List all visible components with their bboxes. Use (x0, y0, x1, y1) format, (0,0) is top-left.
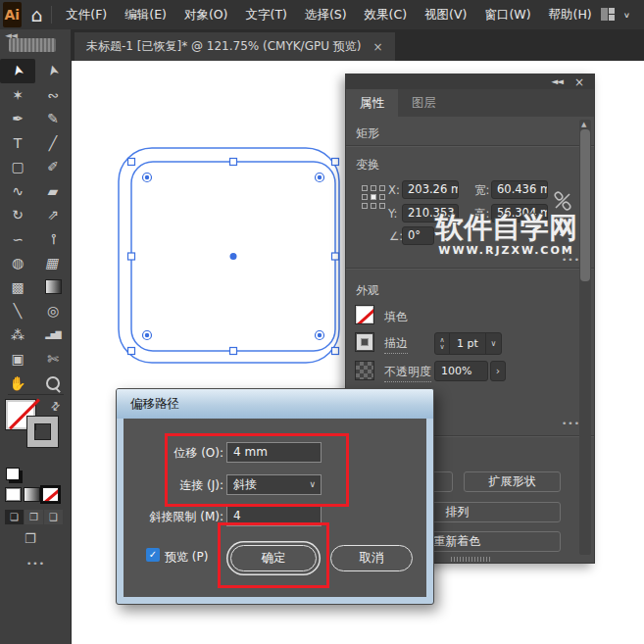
dialog-title[interactable]: 偏移路径 (117, 389, 433, 419)
tool-line-segment[interactable]: ╱ (35, 131, 71, 156)
close-tab-icon[interactable]: × (372, 40, 382, 54)
close-panel-icon[interactable]: × (574, 75, 584, 89)
tool-direct-selection[interactable]: ➤ (35, 59, 71, 83)
tool-graph[interactable]: ▂▅▇ (35, 323, 71, 348)
menu-window[interactable]: 窗口(W) (475, 0, 539, 29)
opacity-value-field[interactable]: 100% (434, 361, 488, 381)
cancel-button[interactable]: 取消 (330, 545, 413, 571)
menu-effect[interactable]: 效果(C) (356, 0, 416, 29)
tool-puppet-warp[interactable]: ⊸ (35, 227, 71, 252)
draw-inside-button[interactable]: ❑ (44, 510, 63, 524)
x-field[interactable]: 203.26 m (402, 180, 459, 199)
line-tool-icon: ╱ (49, 135, 57, 151)
y-field[interactable]: 210.353 (402, 204, 459, 223)
tool-slice[interactable]: ✄ (35, 347, 71, 372)
tool-eraser[interactable]: ▰ (35, 179, 71, 204)
transform-more-icon[interactable]: ••• (562, 255, 580, 265)
workspace-switcher[interactable]: ∨ (601, 8, 630, 22)
menu-edit[interactable]: 编辑(E) (116, 0, 175, 29)
tool-width[interactable]: ∽ (0, 227, 35, 252)
tool-pen[interactable]: ✒ (0, 107, 35, 131)
stroke-weight-control[interactable]: ∧∨ 1 pt ∨ (434, 332, 502, 355)
stroke-weight-value: 1 pt (450, 337, 485, 350)
tool-type[interactable]: T (0, 131, 35, 156)
tool-blend[interactable]: ◎ (35, 299, 71, 323)
expand-shape-button[interactable]: 扩展形状 (464, 471, 561, 492)
toolbar-grip[interactable] (9, 38, 56, 52)
tool-shaper[interactable]: ∿ (0, 179, 35, 204)
menu-type[interactable]: 文字(T) (237, 0, 296, 29)
panel-header: ◄◄ × (346, 74, 594, 89)
tools-panel: ◄◄ ➤ ➤ ✶ ∾ ✒ ✎ T ╱ ▢ ✐ ∿ ▰ ↻ ⇗ ∽ ⊸ ◍ ▦ ▩… (0, 29, 72, 644)
panel-resize-grip[interactable] (451, 557, 490, 562)
annotation-highlight-offset (165, 433, 349, 507)
tool-mesh[interactable]: ▩ (0, 275, 35, 300)
rectangle-tool-icon: ▢ (11, 159, 24, 174)
tool-magic-wand[interactable]: ✶ (0, 83, 35, 108)
tool-lasso[interactable]: ∾ (35, 83, 71, 108)
opacity-swatch[interactable] (355, 361, 374, 380)
tool-scale[interactable]: ⇗ (35, 203, 71, 227)
tool-symbol-sprayer[interactable]: ⁂ (0, 323, 35, 348)
curvature-tool-icon: ✎ (47, 111, 59, 126)
stroke-label[interactable]: 描边 (384, 335, 408, 354)
tool-selection[interactable]: ➤ (0, 59, 35, 83)
gradient-button[interactable] (24, 487, 40, 502)
constrain-proportions-icon[interactable] (553, 190, 572, 212)
stroke-color-swatch[interactable] (27, 417, 58, 447)
tool-rectangle[interactable]: ▢ (0, 155, 35, 179)
shaper-tool-icon: ∿ (12, 183, 24, 199)
divider (51, 6, 52, 24)
opacity-label[interactable]: 不透明度 (384, 364, 431, 382)
tool-zoom[interactable] (35, 372, 71, 396)
stroke-swatch[interactable] (355, 332, 374, 352)
color-button[interactable] (5, 487, 22, 502)
menu-object[interactable]: 对象(O) (175, 0, 237, 29)
height-field[interactable]: 56.304 m (491, 204, 548, 223)
stepper-icon[interactable]: ∧∨ (435, 333, 450, 354)
tool-curvature[interactable]: ✎ (35, 107, 71, 131)
scrollbar-thumb[interactable] (580, 129, 590, 281)
preview-checkbox[interactable]: ✓ (146, 548, 160, 562)
width-field[interactable]: 60.436 m (491, 180, 548, 199)
swap-fill-stroke-icon[interactable]: ⇄ (48, 399, 64, 415)
puppet-warp-tool-icon: ⊸ (45, 233, 61, 245)
divider (346, 268, 594, 269)
tool-eyedropper[interactable]: ╲ (0, 299, 35, 323)
hand-tool-icon: ✋ (9, 375, 25, 391)
tool-gradient[interactable] (35, 275, 71, 300)
chevron-down-icon[interactable]: ∨ (485, 333, 501, 354)
tool-artboard[interactable]: ▣ (0, 347, 35, 372)
tool-rotate[interactable]: ↻ (0, 203, 35, 227)
default-fill-stroke-icon[interactable] (6, 468, 20, 480)
screen-mode-button[interactable]: ❐ (25, 531, 36, 546)
panel-scrollbar[interactable]: ▲ (579, 120, 591, 555)
tool-hand[interactable]: ✋ (0, 372, 35, 396)
menu-select[interactable]: 选择(S) (296, 0, 356, 29)
annotation-highlight-ok (218, 522, 329, 588)
scroll-up-icon[interactable]: ▲ (581, 121, 586, 128)
home-icon[interactable]: ⌂ (31, 6, 43, 25)
opacity-options-arrow[interactable]: › (490, 361, 506, 381)
collapse-panel-icon[interactable]: ◄◄ (551, 76, 563, 86)
document-tab[interactable]: 未标题-1 [已恢复]* @ 121.75% (CMYK/GPU 预览) × (74, 32, 395, 61)
menu-file[interactable]: 文件(F) (57, 0, 116, 29)
tool-paintbrush[interactable]: ✐ (35, 155, 71, 179)
menu-help[interactable]: 帮助(H) (540, 0, 601, 29)
toolbar-more-icon[interactable]: ••• (0, 559, 72, 569)
illustrator-logo[interactable]: Ai (3, 2, 22, 27)
draw-normal-button[interactable]: ❏ (5, 510, 24, 524)
tool-shape-builder[interactable]: ◍ (0, 251, 35, 275)
tab-layers[interactable]: 图层 (398, 89, 450, 117)
offset-path-preview (119, 148, 339, 363)
draw-behind-button[interactable]: ❐ (25, 510, 43, 524)
tool-perspective-grid[interactable]: ▦ (35, 251, 71, 275)
appearance-more-icon[interactable]: ••• (562, 419, 580, 428)
fill-swatch[interactable] (355, 305, 374, 324)
angle-field[interactable]: 0° (402, 226, 434, 245)
none-button[interactable] (42, 487, 59, 502)
tab-properties[interactable]: 属性 (346, 89, 398, 117)
menu-view[interactable]: 视图(V) (416, 0, 475, 29)
paintbrush-tool-icon: ✐ (47, 159, 59, 174)
reference-point-locator[interactable] (362, 185, 387, 211)
